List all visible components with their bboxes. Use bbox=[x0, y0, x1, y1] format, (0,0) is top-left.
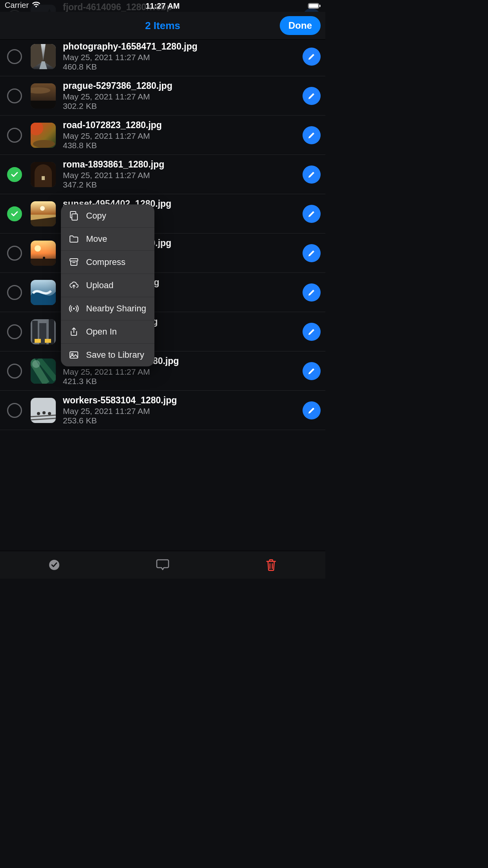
file-thumbnail bbox=[31, 83, 56, 108]
file-date: May 25, 2021 11:27 AM bbox=[63, 92, 299, 101]
svg-rect-40 bbox=[319, 5, 321, 7]
pencil-icon bbox=[307, 327, 316, 336]
file-thumbnail bbox=[31, 162, 56, 187]
edit-button[interactable] bbox=[303, 283, 321, 302]
file-list-scroll[interactable]: fjord-4614096_1280.webpNov 27, 2020 1:22… bbox=[0, 0, 325, 551]
menu-item-copy[interactable]: Copy bbox=[61, 204, 154, 228]
file-thumbnail bbox=[31, 280, 56, 305]
menu-item-cloud-up[interactable]: Upload bbox=[61, 274, 154, 297]
status-bar: Carrier 11:27 AM bbox=[0, 0, 325, 12]
menu-item-image[interactable]: Save to Library bbox=[61, 344, 154, 366]
selection-checkbox[interactable] bbox=[7, 285, 22, 300]
pencil-icon bbox=[307, 367, 316, 375]
pencil-icon bbox=[307, 170, 316, 179]
svg-point-22 bbox=[43, 257, 45, 259]
edit-button[interactable] bbox=[303, 323, 321, 341]
done-button[interactable]: Done bbox=[280, 16, 321, 35]
menu-item-label: Move bbox=[86, 234, 107, 244]
share-icon bbox=[69, 327, 79, 337]
selection-count: 2 Items bbox=[145, 20, 180, 32]
file-size: 347.2 KB bbox=[63, 180, 299, 189]
svg-rect-41 bbox=[72, 214, 77, 220]
file-thumbnail bbox=[31, 241, 56, 266]
file-row[interactable]: surf-4087278_1280.jpgMay 25, 2021 11:27 … bbox=[0, 273, 325, 312]
edit-button[interactable] bbox=[303, 401, 321, 419]
pencil-icon bbox=[307, 249, 316, 257]
selection-checkbox[interactable] bbox=[7, 324, 22, 339]
folder-icon bbox=[69, 234, 79, 244]
svg-rect-29 bbox=[45, 339, 51, 343]
cloud-up-icon bbox=[69, 280, 79, 291]
selection-checkbox[interactable] bbox=[7, 49, 22, 64]
file-size: 460.8 KB bbox=[63, 62, 299, 72]
screen: fjord-4614096_1280.webpNov 27, 2020 1:22… bbox=[0, 0, 325, 579]
selection-checkbox[interactable] bbox=[7, 403, 22, 418]
file-row[interactable]: sunset-5560658_1280.jpgMay 25, 2021 11:2… bbox=[0, 234, 325, 273]
file-name: workers-5583104_1280.jpg bbox=[63, 395, 299, 406]
edit-button[interactable] bbox=[303, 244, 321, 262]
selection-checkbox[interactable] bbox=[7, 128, 22, 143]
svg-point-37 bbox=[48, 412, 51, 415]
menu-item-share[interactable]: Open In bbox=[61, 320, 154, 344]
file-row[interactable]: roma-1893861_1280.jpgMay 25, 2021 11:27 … bbox=[0, 155, 325, 194]
file-date: May 25, 2021 11:27 AM bbox=[63, 53, 299, 62]
selection-checkbox[interactable] bbox=[7, 88, 22, 103]
file-row[interactable]: waterfall-5138793_1280.jpgMay 25, 2021 1… bbox=[0, 351, 325, 391]
edit-button[interactable] bbox=[303, 48, 321, 66]
copy-icon bbox=[69, 211, 79, 221]
file-meta: roma-1893861_1280.jpgMay 25, 2021 11:27 … bbox=[63, 159, 299, 189]
svg-rect-39 bbox=[309, 4, 318, 8]
file-name: prague-5297386_1280.jpg bbox=[63, 81, 299, 91]
file-thumbnail bbox=[31, 359, 56, 384]
file-size: 302.2 KB bbox=[63, 101, 299, 111]
menu-item-label: Open In bbox=[86, 327, 117, 337]
svg-point-44 bbox=[73, 308, 75, 309]
edit-button[interactable] bbox=[303, 87, 321, 105]
pencil-icon bbox=[307, 131, 316, 140]
file-row[interactable]: prague-5297386_1280.jpgMay 25, 2021 11:2… bbox=[0, 76, 325, 116]
selection-checkbox[interactable] bbox=[7, 246, 22, 261]
file-row[interactable]: taxi-1209542_1280.jpgMay 25, 2021 11:27 … bbox=[0, 312, 325, 351]
battery-icon bbox=[308, 2, 321, 11]
select-all-button[interactable] bbox=[42, 555, 66, 575]
comment-button[interactable] bbox=[151, 555, 174, 575]
file-row[interactable]: sunset-4954402_1280.jpgMay 25, 2021 11:2… bbox=[0, 194, 325, 234]
file-date: May 25, 2021 11:27 AM bbox=[63, 131, 299, 141]
nav-bar: 2 Items Done bbox=[0, 12, 325, 40]
edit-button[interactable] bbox=[303, 166, 321, 184]
svg-rect-42 bbox=[70, 259, 78, 261]
check-circle-icon bbox=[48, 559, 60, 571]
selection-checkbox[interactable] bbox=[7, 167, 22, 182]
svg-point-31 bbox=[32, 360, 40, 368]
selection-checkbox[interactable] bbox=[7, 206, 22, 221]
broadcast-icon bbox=[69, 303, 79, 314]
bottom-toolbar bbox=[0, 551, 325, 579]
menu-item-broadcast[interactable]: Nearby Sharing bbox=[61, 297, 154, 320]
svg-point-20 bbox=[35, 245, 41, 252]
file-row[interactable]: road-1072823_1280.jpgMay 25, 2021 11:27 … bbox=[0, 116, 325, 155]
pencil-icon bbox=[307, 288, 316, 297]
edit-button[interactable] bbox=[303, 362, 321, 380]
menu-item-label: Copy bbox=[86, 211, 106, 221]
menu-item-label: Compress bbox=[86, 257, 125, 267]
selection-checkbox[interactable] bbox=[7, 364, 22, 379]
file-size: 438.8 KB bbox=[63, 141, 299, 150]
image-icon bbox=[69, 350, 79, 360]
file-row[interactable]: workers-5583104_1280.jpgMay 25, 2021 11:… bbox=[0, 391, 325, 430]
delete-button[interactable] bbox=[259, 555, 283, 575]
edit-button[interactable] bbox=[303, 205, 321, 223]
file-row[interactable]: photography-1658471_1280.jpgMay 25, 2021… bbox=[0, 37, 325, 76]
menu-item-folder[interactable]: Move bbox=[61, 228, 154, 251]
menu-item-label: Save to Library bbox=[86, 350, 144, 360]
file-thumbnail bbox=[31, 201, 56, 226]
comment-icon bbox=[156, 559, 169, 571]
menu-item-label: Upload bbox=[86, 280, 114, 291]
menu-item-archive[interactable]: Compress bbox=[61, 251, 154, 274]
checkmark-icon bbox=[11, 172, 18, 177]
svg-rect-14 bbox=[42, 176, 45, 180]
edit-button[interactable] bbox=[303, 126, 321, 144]
svg-rect-21 bbox=[31, 259, 56, 266]
pencil-icon bbox=[307, 210, 316, 218]
wifi-icon bbox=[32, 1, 40, 10]
checkmark-icon bbox=[11, 211, 18, 217]
